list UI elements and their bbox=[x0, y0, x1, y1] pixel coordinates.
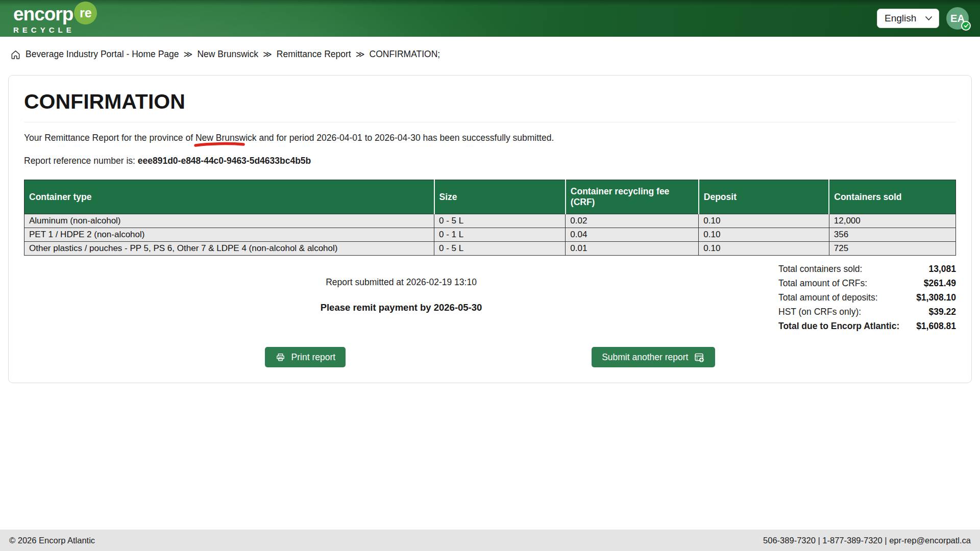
total-containers-value: 13,081 bbox=[916, 264, 956, 274]
submit-another-report-label: Submit another report bbox=[602, 352, 688, 363]
col-header-crf: Container recycling fee (CRF) bbox=[566, 180, 699, 214]
language-select[interactable]: English bbox=[877, 9, 939, 28]
confirmation-message: Your Remittance Report for the province … bbox=[24, 133, 956, 143]
cell-container-type: Aluminum (non-alcohol) bbox=[24, 214, 434, 228]
col-header-container-type: Container type bbox=[24, 180, 434, 214]
contact-info: 506-389-7320 | 1-877-389-7320 | epr-rep@… bbox=[763, 536, 971, 545]
remit-by-text: Please remit payment by 2026-05-30 bbox=[24, 302, 778, 313]
reference-number: eee891d0-e848-44c0-9463-5d4633bc4b5b bbox=[138, 156, 311, 166]
breadcrumb-separator: ≫ bbox=[184, 49, 193, 60]
total-crfs-label: Total amount of CRFs: bbox=[778, 278, 916, 289]
table-row: Aluminum (non-alcohol) 0 - 5 L 0.02 0.10… bbox=[24, 214, 956, 228]
language-select-value: English bbox=[885, 13, 916, 24]
home-icon[interactable] bbox=[10, 49, 21, 60]
hst-label: HST (on CRFs only): bbox=[778, 307, 916, 317]
breadcrumb: Beverage Industry Portal - Home Page ≫ N… bbox=[0, 37, 980, 60]
breadcrumb-item-province[interactable]: New Brunswick bbox=[197, 49, 258, 60]
table-row: PET 1 / HDPE 2 (non-alcohol) 0 - 1 L 0.0… bbox=[24, 228, 956, 242]
confirmation-card: CONFIRMATION Your Remittance Report for … bbox=[8, 75, 972, 383]
cell-container-type: Other plastics / pouches - PP 5, PS 6, O… bbox=[24, 242, 434, 256]
total-due-label: Total due to Encorp Atlantic: bbox=[778, 321, 916, 332]
app-footer: © 2026 Encorp Atlantic 506-389-7320 | 1-… bbox=[0, 530, 980, 551]
total-due-value: $1,608.81 bbox=[916, 321, 956, 332]
confirmation-message-after: and for period 2026-04-01 to 2026-04-30 … bbox=[257, 133, 554, 143]
status-check-badge-icon bbox=[961, 21, 971, 31]
cell-crf: 0.02 bbox=[566, 214, 699, 228]
encorp-logo: encorp re RECYCLE bbox=[13, 4, 97, 34]
totals-summary: Total containers sold: 13,081 Total amou… bbox=[778, 264, 956, 332]
province-highlight: New Brunswick bbox=[195, 133, 257, 143]
cell-size: 0 - 5 L bbox=[434, 242, 566, 256]
breadcrumb-item-home[interactable]: Beverage Industry Portal - Home Page bbox=[26, 49, 179, 60]
col-header-deposit: Deposit bbox=[699, 180, 829, 214]
cell-deposit: 0.10 bbox=[699, 214, 829, 228]
breadcrumb-separator: ≫ bbox=[356, 49, 365, 60]
total-containers-label: Total containers sold: bbox=[778, 264, 916, 274]
cell-crf: 0.04 bbox=[566, 228, 699, 242]
total-crfs-value: $261.49 bbox=[916, 278, 956, 289]
hst-value: $39.22 bbox=[916, 307, 956, 317]
col-header-size: Size bbox=[434, 180, 566, 214]
cell-deposit: 0.10 bbox=[699, 228, 829, 242]
breadcrumb-item-current: CONFIRMATION; bbox=[370, 49, 440, 60]
title-divider bbox=[24, 122, 956, 122]
chevron-down-icon bbox=[925, 16, 933, 21]
printer-icon bbox=[275, 352, 286, 362]
remittance-table: Container type Size Container recycling … bbox=[24, 180, 956, 256]
table-row: Other plastics / pouches - PP 5, PS 6, O… bbox=[24, 242, 956, 256]
reference-label: Report reference number is: bbox=[24, 156, 138, 166]
breadcrumb-separator: ≫ bbox=[263, 49, 272, 60]
app-header: encorp re RECYCLE English EA bbox=[0, 0, 980, 37]
page-title: CONFIRMATION bbox=[24, 90, 956, 114]
submitted-at-text: Report submitted at 2026-02-19 13:10 bbox=[24, 277, 778, 288]
print-report-label: Print report bbox=[291, 352, 336, 363]
cell-size: 0 - 5 L bbox=[434, 214, 566, 228]
cell-containers-sold: 725 bbox=[829, 242, 955, 256]
new-report-plus-icon bbox=[694, 352, 705, 363]
cell-containers-sold: 356 bbox=[829, 228, 955, 242]
cell-containers-sold: 12,000 bbox=[829, 214, 955, 228]
reference-line: Report reference number is: eee891d0-e84… bbox=[24, 156, 956, 166]
cell-deposit: 0.10 bbox=[699, 242, 829, 256]
cell-size: 0 - 1 L bbox=[434, 228, 566, 242]
breadcrumb-item-remittance-report[interactable]: Remittance Report bbox=[277, 49, 351, 60]
cell-container-type: PET 1 / HDPE 2 (non-alcohol) bbox=[24, 228, 434, 242]
cell-crf: 0.01 bbox=[566, 242, 699, 256]
submit-another-report-button[interactable]: Submit another report bbox=[592, 347, 715, 367]
confirmation-message-before: Your Remittance Report for the province … bbox=[24, 133, 195, 143]
logo-tagline: RECYCLE bbox=[13, 26, 97, 34]
table-header-row: Container type Size Container recycling … bbox=[24, 180, 956, 214]
print-report-button[interactable]: Print report bbox=[265, 347, 346, 367]
logo-wordmark: encorp bbox=[13, 5, 73, 23]
user-avatar[interactable]: EA bbox=[946, 7, 969, 30]
logo-re-badge: re bbox=[74, 2, 97, 24]
action-buttons: Print report Submit another report bbox=[24, 347, 956, 367]
total-deposits-label: Total amount of deposits: bbox=[778, 292, 916, 303]
summary-section: Report submitted at 2026-02-19 13:10 Ple… bbox=[24, 264, 956, 332]
col-header-containers-sold: Containers sold bbox=[829, 180, 955, 214]
copyright-text: © 2026 Encorp Atlantic bbox=[9, 536, 95, 545]
total-deposits-value: $1,308.10 bbox=[916, 292, 956, 303]
